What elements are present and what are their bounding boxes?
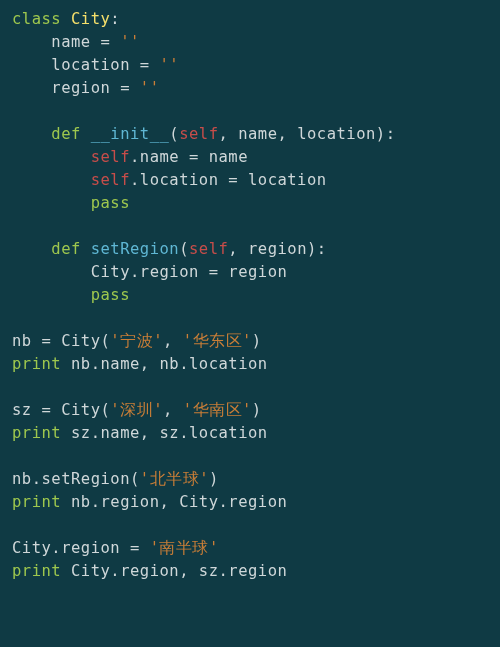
code-content: class City: name = '' location = '' regi… <box>12 10 395 580</box>
code-token: '' <box>159 56 179 74</box>
code-token: def <box>51 125 81 143</box>
code-token: , <box>163 401 183 419</box>
code-token: ( <box>169 125 179 143</box>
code-token: print <box>12 355 61 373</box>
code-token: , <box>163 332 183 350</box>
code-token: City.region = region <box>91 263 288 281</box>
code-token: self <box>91 171 130 189</box>
code-token: nb = City( <box>12 332 110 350</box>
code-token: ) <box>252 332 262 350</box>
code-token: sz.name, sz.location <box>61 424 267 442</box>
code-token <box>81 125 91 143</box>
code-token: City <box>71 10 110 28</box>
code-token: ) <box>209 470 219 488</box>
code-token: : <box>110 10 120 28</box>
code-token: print <box>12 493 61 511</box>
code-token: nb.name, nb.location <box>61 355 267 373</box>
code-token: pass <box>91 194 130 212</box>
code-token: '华东区' <box>183 332 252 350</box>
code-token: , name, location): <box>219 125 396 143</box>
code-token: location = <box>51 56 159 74</box>
code-token: def <box>51 240 81 258</box>
code-token: '华南区' <box>183 401 252 419</box>
code-token: '深圳' <box>110 401 163 419</box>
code-token: nb.setRegion( <box>12 470 140 488</box>
code-token: '北半球' <box>140 470 209 488</box>
code-token: '' <box>120 33 140 51</box>
code-token: print <box>12 424 61 442</box>
code-block: class City: name = '' location = '' regi… <box>0 0 500 591</box>
code-token: ) <box>252 401 262 419</box>
code-token <box>81 240 91 258</box>
code-token: setRegion <box>91 240 180 258</box>
code-token: pass <box>91 286 130 304</box>
code-token: sz = City( <box>12 401 110 419</box>
code-token: name = <box>51 33 120 51</box>
code-token: print <box>12 562 61 580</box>
code-token: '南半球' <box>150 539 219 557</box>
code-token: self <box>91 148 130 166</box>
code-token: '' <box>140 79 160 97</box>
code-token: City.region, sz.region <box>61 562 287 580</box>
code-token: ( <box>179 240 189 258</box>
code-token: '宁波' <box>110 332 163 350</box>
code-token: nb.region, City.region <box>61 493 287 511</box>
code-token: , region): <box>228 240 326 258</box>
code-token: self <box>189 240 228 258</box>
code-token: __init__ <box>91 125 170 143</box>
code-token: .name = name <box>130 148 248 166</box>
code-token: region = <box>51 79 140 97</box>
code-token: class <box>12 10 61 28</box>
code-token: .location = location <box>130 171 327 189</box>
code-token: City.region = <box>12 539 150 557</box>
code-token: self <box>179 125 218 143</box>
code-token <box>61 10 71 28</box>
